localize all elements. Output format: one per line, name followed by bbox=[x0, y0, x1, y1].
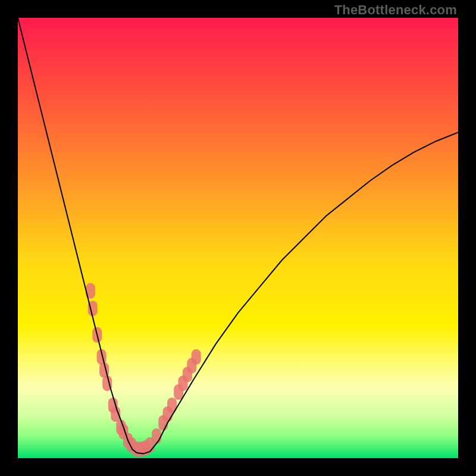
bead-markers bbox=[86, 283, 201, 457]
bead-marker bbox=[152, 428, 161, 444]
watermark-text: TheBottleneck.com bbox=[334, 2, 457, 18]
bottleneck-curve bbox=[18, 18, 458, 454]
plot-area bbox=[18, 18, 458, 458]
bead-marker bbox=[192, 349, 201, 365]
curve-layer bbox=[18, 18, 458, 458]
chart-frame: TheBottleneck.com bbox=[0, 0, 476, 476]
